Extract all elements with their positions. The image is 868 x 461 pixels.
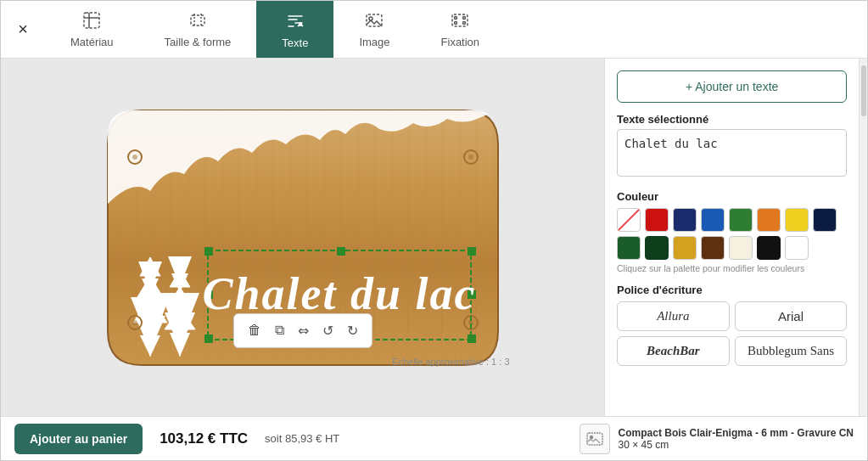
svg-rect-31 xyxy=(468,335,476,343)
font-grid: Allura Arial BeachBar Bubblegum Sans xyxy=(617,301,847,366)
svg-rect-29 xyxy=(204,335,213,343)
product-size: 30 × 45 cm xyxy=(619,439,854,451)
palette-hint: Cliquez sur la palette pour modifier les… xyxy=(617,263,847,273)
color-swatch-cream[interactable] xyxy=(729,236,753,260)
color-swatch-darkblue[interactable] xyxy=(673,208,697,232)
tab-texte[interactable]: Texte xyxy=(256,1,333,58)
materiau-icon xyxy=(80,8,104,32)
tab-image[interactable]: Image xyxy=(333,1,415,58)
text-input[interactable]: Chalet du lac xyxy=(617,129,847,177)
add-to-cart-button[interactable]: Ajouter au panier xyxy=(14,424,143,454)
svg-text:Chalet du lac: Chalet du lac xyxy=(202,268,476,319)
svg-point-18 xyxy=(132,155,137,160)
nav-tabs: Matériau Taille & forme xyxy=(45,1,859,58)
font-btn-allura[interactable]: Allura xyxy=(617,301,730,331)
right-panel: + Ajouter un texte Texte sélectionné Cha… xyxy=(604,59,859,416)
canvas-area: Chalet du lac 🗑 ⧉ ⇔ ↺ ↻ Echelle approxim… xyxy=(1,59,604,416)
header: × Matériau xyxy=(1,1,867,59)
svg-rect-27 xyxy=(337,247,345,256)
color-swatch-orange[interactable] xyxy=(757,208,781,232)
tab-texte-label: Texte xyxy=(282,37,308,49)
scrollbar-thumb xyxy=(861,65,866,116)
svg-rect-28 xyxy=(468,247,476,256)
image-icon xyxy=(362,8,386,32)
color-swatch-darkgreen2[interactable] xyxy=(645,236,669,260)
color-swatch-brown[interactable] xyxy=(701,236,725,260)
add-text-button[interactable]: + Ajouter un texte xyxy=(617,70,847,103)
font-btn-arial[interactable]: Arial xyxy=(735,301,848,331)
fixation-icon xyxy=(448,8,472,32)
svg-rect-0 xyxy=(84,13,99,28)
color-swatch-black[interactable] xyxy=(757,236,781,260)
price-ht: soit 85,93 € HT xyxy=(265,432,339,445)
svg-rect-26 xyxy=(204,247,213,256)
tab-fixation[interactable]: Fixation xyxy=(416,1,506,58)
price-ttc: 103,12 € TTC xyxy=(160,430,248,447)
texte-icon xyxy=(283,9,307,33)
delete-button[interactable]: 🗑 xyxy=(244,319,265,341)
color-swatch-crossed[interactable] xyxy=(617,208,641,232)
tab-taille-label: Taille & forme xyxy=(165,36,232,48)
tab-fixation-label: Fixation xyxy=(441,36,480,48)
color-swatch-darkgreen[interactable] xyxy=(617,236,641,260)
selected-text-section: Texte sélectionné Chalet du lac xyxy=(617,113,847,180)
app-container: × Matériau xyxy=(0,0,868,461)
color-swatch-green[interactable] xyxy=(729,208,753,232)
font-btn-beachbar[interactable]: BeachBar xyxy=(617,336,730,366)
selected-text-label: Texte sélectionné xyxy=(617,113,847,126)
svg-point-20 xyxy=(468,155,473,160)
color-section: Couleur xyxy=(617,190,847,273)
resize-button[interactable]: ⇔ xyxy=(294,319,312,342)
svg-point-8 xyxy=(463,21,466,24)
undo-button[interactable]: ↺ xyxy=(319,319,337,342)
redo-button[interactable]: ↻ xyxy=(344,319,361,342)
color-swatch-gold[interactable] xyxy=(673,236,697,260)
color-swatch-white[interactable] xyxy=(785,236,809,260)
tab-taille[interactable]: Taille & forme xyxy=(139,1,257,58)
taille-icon xyxy=(186,8,210,32)
canvas-toolbar: 🗑 ⧉ ⇔ ↺ ↻ xyxy=(233,313,372,348)
product-info: Compact Bois Clair-Enigma - 6 mm - Gravu… xyxy=(580,424,854,454)
right-panel-wrapper: + Ajouter un texte Texte sélectionné Cha… xyxy=(604,59,867,416)
duplicate-button[interactable]: ⧉ xyxy=(272,319,288,341)
tab-materiau[interactable]: Matériau xyxy=(45,1,139,58)
svg-point-22 xyxy=(132,320,137,325)
sign-container[interactable]: Chalet du lac 🗑 ⧉ ⇔ ↺ ↻ Echelle approxim… xyxy=(82,93,524,382)
font-btn-bubblegum[interactable]: Bubblegum Sans xyxy=(735,336,848,366)
svg-point-5 xyxy=(455,16,457,19)
svg-rect-1 xyxy=(191,15,204,25)
color-swatch-navy[interactable] xyxy=(813,208,837,232)
close-button[interactable]: × xyxy=(9,16,36,43)
product-details: Compact Bois Clair-Enigma - 6 mm - Gravu… xyxy=(619,427,854,451)
product-name: Compact Bois Clair-Enigma - 6 mm - Gravu… xyxy=(619,427,854,439)
color-palette xyxy=(617,208,847,260)
svg-point-6 xyxy=(463,16,466,19)
color-swatch-blue[interactable] xyxy=(701,208,725,232)
scrollbar[interactable] xyxy=(859,59,867,416)
font-section: Police d'écriture Allura Arial BeachBar … xyxy=(617,284,847,366)
color-swatch-yellow[interactable] xyxy=(785,208,809,232)
main-content: Chalet du lac 🗑 ⧉ ⇔ ↺ ↻ Echelle approxim… xyxy=(1,59,867,416)
svg-rect-4 xyxy=(452,14,468,26)
color-label: Couleur xyxy=(617,190,847,203)
tab-image-label: Image xyxy=(359,36,389,48)
product-icon xyxy=(580,424,610,454)
bottom-bar: Ajouter au panier 103,12 € TTC soit 85,9… xyxy=(1,416,867,460)
scale-hint: Echelle approximative : 1 : 3 xyxy=(392,357,509,367)
svg-point-7 xyxy=(455,21,457,24)
font-label: Police d'écriture xyxy=(617,284,847,296)
color-swatch-red[interactable] xyxy=(645,208,669,232)
tab-materiau-label: Matériau xyxy=(70,36,114,48)
